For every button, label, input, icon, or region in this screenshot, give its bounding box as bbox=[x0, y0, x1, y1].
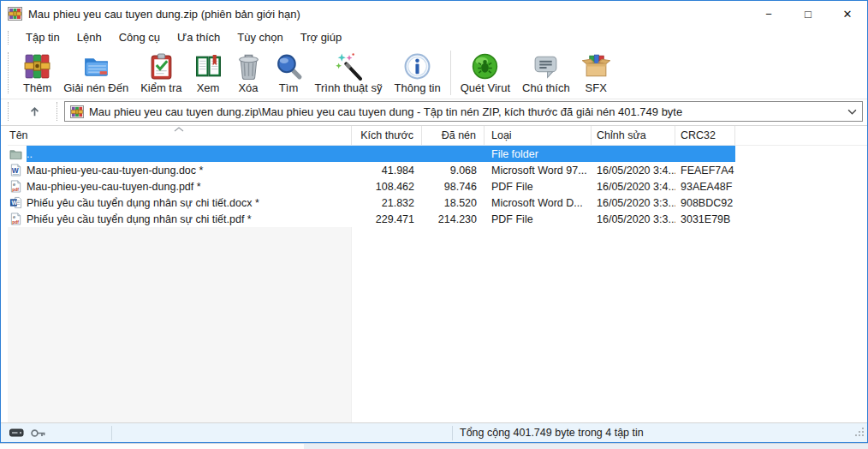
table-row[interactable]: WPhiếu yêu cầu tuyển dụng nhân sự chi ti… bbox=[8, 195, 867, 211]
svg-text:pdf: pdf bbox=[12, 219, 19, 224]
file-size: 229.471 bbox=[352, 211, 422, 227]
toolbar-wizard-button[interactable]: Trình thuật sỹ bbox=[309, 51, 389, 95]
file-name-cell: .. bbox=[8, 146, 352, 162]
toolbar-add-button[interactable]: Thêm bbox=[17, 51, 57, 95]
sfx-icon bbox=[582, 52, 610, 81]
table-row[interactable]: epdfMau-phieu-yeu-cau-tuyen-dung.pdf *10… bbox=[8, 178, 867, 195]
file-name-cell: WMau-phieu-yeu-cau-tuyen-dung.doc * bbox=[8, 162, 352, 178]
file-type: File folder bbox=[485, 146, 592, 162]
list-empty-right bbox=[352, 227, 867, 422]
file-type: Microsoft Word D... bbox=[485, 195, 592, 211]
toolbar-test-button[interactable]: Kiểm tra bbox=[134, 51, 187, 95]
svg-text:pdf: pdf bbox=[12, 187, 19, 192]
file-size: 21.832 bbox=[352, 195, 422, 211]
file-type: PDF File bbox=[485, 211, 592, 227]
toolbar-button-label: Thêm bbox=[23, 81, 51, 94]
file-crc32: 908BDC92 bbox=[675, 195, 735, 211]
maximize-button[interactable]: □ bbox=[788, 1, 828, 27]
file-name-cell: epdfMau-phieu-yeu-cau-tuyen-dung.pdf * bbox=[8, 178, 352, 195]
toolbar-virus-scan-button[interactable]: Quét Virut bbox=[455, 51, 516, 95]
toolbar-button-label: Quét Virut bbox=[461, 81, 510, 94]
column-header-empty bbox=[735, 126, 867, 145]
up-one-level-button[interactable] bbox=[17, 101, 51, 122]
status-bar: Tổng cộng 401.749 byte trong 4 tập tin bbox=[1, 422, 867, 442]
file-packed-size: 98.746 bbox=[422, 178, 485, 195]
winrar-archive-icon bbox=[70, 105, 84, 118]
toolbar-grip bbox=[8, 52, 9, 93]
toolbar-button-label: Giải nén Đến bbox=[63, 81, 128, 94]
file-crc32: 93AEA48F bbox=[675, 178, 735, 195]
menu-tap-tin[interactable]: Tập tin bbox=[17, 28, 68, 46]
pdf-file-icon: epdf bbox=[9, 180, 22, 193]
toolbar: Thêm Giải nén Đến Kiểm tra Xem Xóa bbox=[1, 48, 867, 99]
menu-ua-thich[interactable]: Ưa thích bbox=[169, 28, 229, 46]
toolbar-delete-button[interactable]: Xóa bbox=[229, 51, 269, 95]
test-archive-icon bbox=[147, 52, 175, 81]
status-total-text: Tổng cộng 401.749 byte trong 4 tập tin bbox=[453, 427, 644, 439]
file-name: Mau-phieu-yeu-cau-tuyen-dung.pdf * bbox=[27, 181, 201, 193]
file-name: .. bbox=[27, 148, 33, 160]
chevron-down-icon[interactable] bbox=[847, 109, 857, 115]
minimize-button[interactable]: − bbox=[749, 1, 788, 27]
file-rows: ..File folderWMau-phieu-yeu-cau-tuyen-du… bbox=[8, 146, 867, 227]
file-name-cell: epdfPhiếu yêu cầu tuyển dụng nhân sự chi… bbox=[8, 211, 352, 227]
file-packed-size: 18.520 bbox=[422, 195, 485, 211]
toolbar-button-label: Thông tin bbox=[395, 81, 441, 94]
file-modified-date: 16/05/2020 3:3... bbox=[592, 195, 675, 211]
word-doc-icon: W bbox=[9, 164, 22, 177]
file-type: PDF File bbox=[485, 178, 592, 195]
winrar-app-icon bbox=[8, 7, 22, 21]
find-icon bbox=[275, 52, 303, 81]
toolbar-comment-button[interactable]: Chú thích bbox=[516, 51, 576, 95]
background-window-sliver bbox=[0, 443, 868, 449]
resize-grip[interactable] bbox=[854, 427, 865, 440]
toolbar-grip bbox=[56, 102, 57, 121]
toolbar-extract-to-button[interactable]: Giải nén Đến bbox=[57, 51, 134, 95]
list-empty-left bbox=[8, 227, 352, 422]
toolbar-sfx-button[interactable]: SFX bbox=[576, 51, 616, 95]
toolbar-info-button[interactable]: Thông tin bbox=[389, 51, 447, 95]
folder-up-icon bbox=[9, 147, 22, 160]
menu-cong-cu[interactable]: Công cụ bbox=[110, 28, 169, 46]
table-row[interactable]: WMau-phieu-yeu-cau-tuyen-dung.doc *41.98… bbox=[8, 162, 867, 178]
list-empty-area bbox=[8, 227, 867, 422]
column-header-size[interactable]: Kích thước bbox=[352, 126, 422, 145]
archive-path-combobox[interactable]: Mau phieu yeu cau tuyen dung.zip\Mau phi… bbox=[64, 101, 863, 122]
toolbar-view-button[interactable]: Xem bbox=[188, 51, 229, 95]
info-icon bbox=[403, 52, 431, 81]
column-header-packed[interactable]: Đã nén bbox=[422, 126, 485, 145]
archive-path-text: Mau phieu yeu cau tuyen dung.zip\Mau phi… bbox=[89, 105, 842, 118]
column-header-crc32[interactable]: CRC32 bbox=[675, 126, 735, 145]
column-header-modified[interactable]: Chỉnh sửa bbox=[592, 126, 675, 145]
table-row[interactable]: epdfPhiếu yêu cầu tuyển dụng nhân sự chi… bbox=[8, 211, 867, 227]
drive-icon[interactable] bbox=[9, 428, 24, 438]
column-header-type[interactable]: Loại bbox=[485, 126, 592, 145]
file-name-cell: WPhiếu yêu cầu tuyển dụng nhân sự chi ti… bbox=[8, 195, 352, 211]
window-title: Mau phieu yeu cau tuyen dung.zip (phiên … bbox=[28, 8, 300, 21]
menu-bar: Tập tin Lệnh Công cụ Ưa thích Tùy chọn T… bbox=[1, 27, 867, 48]
extract-to-icon bbox=[82, 52, 110, 81]
svg-text:W: W bbox=[11, 200, 17, 206]
menu-lenh[interactable]: Lệnh bbox=[68, 28, 110, 46]
menu-tuy-chon[interactable]: Tùy chọn bbox=[229, 28, 291, 46]
svg-text:W: W bbox=[12, 166, 19, 175]
file-modified-date: 16/05/2020 3:4... bbox=[592, 162, 675, 178]
toolbar-grip bbox=[8, 31, 9, 45]
file-size: 41.984 bbox=[352, 162, 422, 178]
close-button[interactable]: ✕ bbox=[828, 1, 867, 27]
toolbar-button-label: Xem bbox=[197, 81, 220, 94]
add-archive-icon bbox=[23, 52, 51, 81]
comment-icon bbox=[532, 52, 560, 81]
file-packed-size bbox=[422, 146, 485, 162]
menu-tro-giup[interactable]: Trợ giúp bbox=[292, 28, 351, 46]
status-middle-section bbox=[112, 426, 453, 440]
toolbar-grip bbox=[8, 102, 9, 121]
status-left-icons bbox=[1, 426, 112, 440]
table-row[interactable]: ..File folder bbox=[8, 146, 867, 162]
delete-icon bbox=[235, 52, 263, 81]
file-packed-size: 9.068 bbox=[422, 162, 485, 178]
toolbar-find-button[interactable]: Tìm bbox=[269, 51, 309, 95]
view-file-icon bbox=[194, 52, 223, 81]
key-icon[interactable] bbox=[30, 428, 46, 439]
title-bar: Mau phieu yeu cau tuyen dung.zip (phiên … bbox=[1, 1, 867, 27]
